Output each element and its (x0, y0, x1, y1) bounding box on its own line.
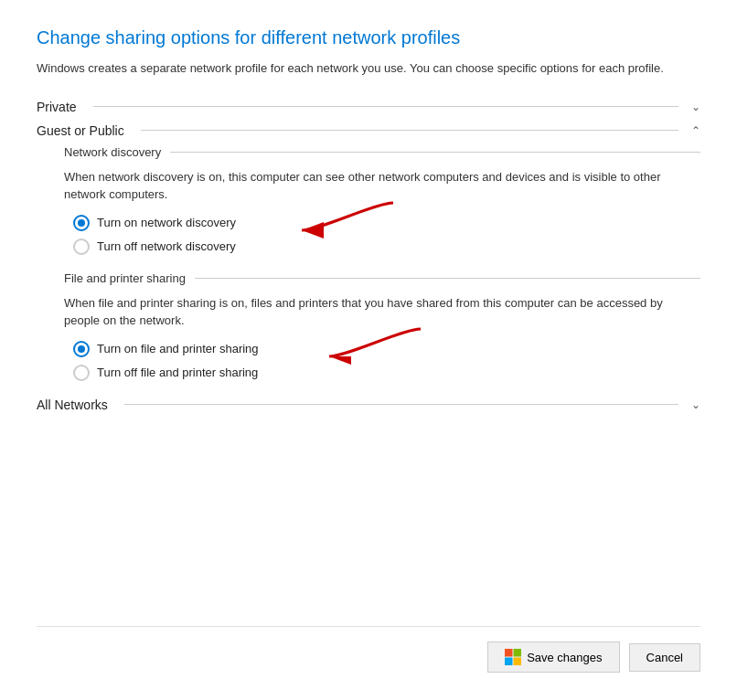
page-title: Change sharing options for different net… (37, 27, 700, 48)
private-section: Private ⌄ (37, 100, 700, 120)
svg-rect-5 (514, 658, 522, 666)
fps-on-dot (78, 345, 85, 353)
nd-on-dot (78, 219, 85, 227)
guest-public-divider (141, 130, 678, 131)
fps-off-radio[interactable] (73, 365, 90, 381)
nd-on-radio[interactable] (73, 215, 90, 231)
nd-off-radio[interactable] (73, 239, 90, 255)
all-networks-chevron-down-icon: ⌄ (691, 398, 700, 411)
network-discovery-header: Network discovery (64, 145, 700, 159)
guest-public-content: Network discovery When network discovery… (37, 145, 700, 398)
page-container: Change sharing options for different net… (0, 0, 737, 700)
nd-on-label: Turn on network discovery (97, 216, 236, 229)
network-discovery-divider (170, 152, 700, 153)
nd-off-label: Turn off network discovery (97, 239, 236, 253)
fps-on-radio[interactable] (73, 341, 90, 357)
fps-off-option[interactable]: Turn off file and printer sharing (73, 365, 700, 381)
fps-on-option[interactable]: Turn on file and printer sharing (73, 341, 700, 357)
all-networks-section-label: All Networks (37, 398, 108, 412)
all-networks-section: All Networks ⌄ (37, 398, 700, 418)
svg-rect-4 (505, 658, 513, 666)
nd-arrow-icon (293, 198, 402, 239)
footer: Save changes Cancel (37, 626, 700, 682)
svg-rect-2 (505, 649, 513, 657)
guest-public-section-header[interactable]: Guest or Public ⌃ (37, 123, 700, 138)
private-chevron-down-icon: ⌄ (691, 101, 700, 113)
guest-public-section: Guest or Public ⌃ Network discovery When… (37, 123, 700, 398)
private-section-header[interactable]: Private ⌄ (37, 100, 700, 114)
save-changes-label: Save changes (527, 651, 602, 664)
cancel-button[interactable]: Cancel (629, 643, 700, 672)
fps-on-label: Turn on file and printer sharing (97, 342, 259, 355)
private-divider (93, 106, 678, 107)
network-discovery-subsection: Network discovery When network discovery… (64, 145, 700, 255)
nd-off-option[interactable]: Turn off network discovery (73, 239, 700, 255)
fps-off-label: Turn off file and printer sharing (97, 366, 258, 379)
network-discovery-label: Network discovery (64, 145, 161, 159)
file-printer-divider (195, 278, 700, 279)
all-networks-divider (124, 404, 678, 405)
file-printer-options: Turn on file and printer sharing (64, 341, 700, 381)
page-description: Windows creates a separate network profi… (37, 59, 695, 78)
windows-shield-icon (505, 649, 521, 665)
cancel-label: Cancel (646, 651, 683, 664)
guest-public-section-label: Guest or Public (37, 123, 124, 138)
network-discovery-options: Turn on network discovery (64, 215, 700, 255)
fps-arrow-icon (320, 324, 430, 366)
file-printer-header: File and printer sharing (64, 271, 700, 285)
nd-on-option[interactable]: Turn on network discovery (73, 215, 700, 231)
private-section-label: Private (37, 100, 77, 114)
file-printer-label: File and printer sharing (64, 271, 186, 285)
guest-public-chevron-up-icon: ⌃ (691, 124, 700, 137)
save-changes-button[interactable]: Save changes (487, 642, 619, 673)
file-printer-subsection: File and printer sharing When file and p… (64, 271, 700, 381)
all-networks-section-header[interactable]: All Networks ⌄ (37, 398, 700, 412)
svg-rect-3 (514, 649, 522, 657)
